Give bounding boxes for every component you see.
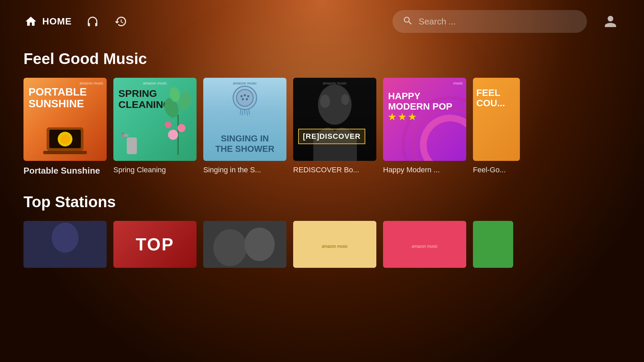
nav-left: HOME [23,14,379,29]
card-shower-label: Singing in the S... [203,166,286,174]
card-shower-image: amazon music [203,78,286,161]
nav-item-headphones[interactable] [85,14,100,29]
history-icon [113,14,128,29]
svg-point-22 [246,98,248,100]
card-spring-image: amazon music SPRINGCLEANING [113,78,197,161]
home-icon [23,14,38,29]
svg-line-25 [249,110,250,115]
search-bar[interactable]: Search ... [392,10,587,33]
svg-point-17 [236,89,253,106]
svg-point-31 [423,118,466,161]
top-stations-title: Top Stations [23,193,621,211]
rediscover-badge: [RE]DISCOVER [298,129,371,144]
card-feelgood-image: FEELCOU... [473,78,520,161]
station-card-top[interactable]: ToP [113,221,197,268]
station-card-6[interactable] [473,221,513,268]
svg-point-10 [177,124,185,132]
top-stations-section: Top Stations ToP [0,186,644,275]
svg-point-3 [60,134,70,144]
svg-point-29 [320,95,330,108]
laptop-icon [43,126,87,156]
svg-point-20 [247,95,249,97]
svg-rect-44 [473,221,513,268]
card-happy-modern[interactable]: music HAPPYMODERN POP★ ★ ★ Happy Modern … [383,78,466,176]
station5-art: amazon music [383,221,466,268]
home-label: HOME [42,16,72,27]
card-portable-sunshine[interactable]: amazon music PORTABLESUNSHINE Portable S… [23,78,107,176]
card-modern-label: Happy Modern ... [383,166,466,174]
nav-item-history[interactable] [113,14,128,29]
svg-text:amazon music: amazon music [412,244,437,249]
svg-point-11 [165,121,171,128]
svg-line-23 [240,110,241,115]
card-spring-cleaning[interactable]: amazon music SPRINGCLEANING [113,78,197,176]
svg-point-39 [245,228,275,261]
svg-point-35 [52,223,78,253]
shower-head-icon [228,84,262,125]
card-rediscover[interactable]: amazon music [293,78,376,176]
card-portable-image: amazon music PORTABLESUNSHINE [23,78,107,161]
card-singing-shower[interactable]: amazon music [203,78,286,176]
svg-point-38 [213,229,247,266]
search-icon [402,15,413,27]
svg-point-21 [242,98,244,100]
nav-item-home[interactable]: HOME [23,14,72,29]
station-card-1[interactable] [23,221,107,268]
plant-icon [161,81,195,155]
feel-good-section: Feel Good Music amazon music PORTABLESUN… [0,43,644,183]
header: HOME Search ... [0,0,644,43]
svg-point-30 [341,94,349,105]
svg-rect-4 [43,151,87,154]
station4-art: amazon music [293,221,376,268]
svg-point-18 [240,95,243,97]
card-feelgood-partial[interactable]: FEELCOU... Feel-Go... [473,78,520,176]
svg-line-26 [242,111,243,116]
card-modern-image: music HAPPYMODERN POP★ ★ ★ [383,78,466,161]
card-portable-label: Portable Sunshine [23,166,107,176]
svg-line-27 [247,111,248,116]
svg-point-19 [244,94,246,96]
station-card-5[interactable]: amazon music [383,221,466,268]
svg-point-9 [168,130,178,140]
card-rediscover-label: REDISCOVER Bo... [293,166,376,174]
user-icon[interactable] [600,11,621,32]
station1-art [23,221,107,268]
shower-title-text: SINGING INTHE SHOWER [211,133,278,154]
station-card-4[interactable]: amazon music [293,221,376,268]
feel-good-title: Feel Good Music [23,50,621,68]
top-stations-cards: ToP amazon music [23,221,621,268]
svg-rect-12 [127,137,137,154]
modern-title-text: HAPPYMODERN POP★ ★ ★ [388,91,452,122]
portable-title-text: PORTABLESUNSHINE [29,86,87,110]
feel-good-cards: amazon music PORTABLESUNSHINE Portable S… [23,78,621,176]
station-card-3[interactable] [203,221,286,268]
station6-art [473,221,513,268]
svg-text:amazon music: amazon music [322,244,347,249]
search-placeholder: Search ... [419,16,456,27]
card-feelgood-label: Feel-Go... [473,166,520,174]
person-silhouette [293,78,376,161]
svg-point-15 [122,132,124,134]
top-label: ToP [136,234,174,254]
station3-art [203,221,286,268]
card-spring-label: Spring Cleaning [113,166,197,174]
feelgood-title-text: FEELCOU... [476,88,505,109]
spray-bottle-icon [120,127,140,158]
card-rediscover-image: amazon music [293,78,376,161]
headphones-icon [85,14,100,29]
